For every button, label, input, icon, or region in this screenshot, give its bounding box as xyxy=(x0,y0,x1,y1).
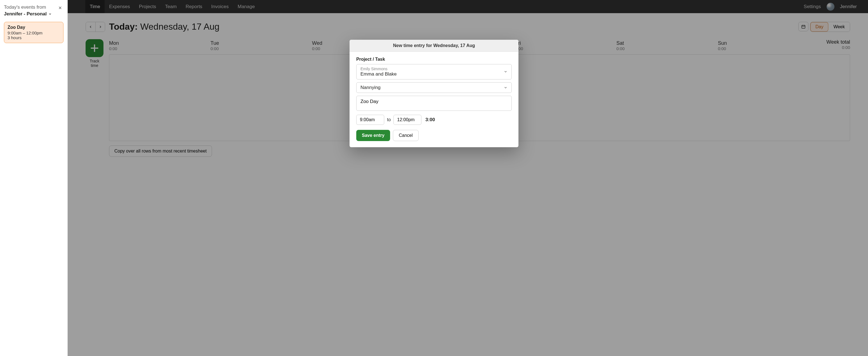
project-select[interactable]: Emily Simmons Emma and Blake xyxy=(356,64,512,80)
cancel-button[interactable]: Cancel xyxy=(393,130,418,141)
close-icon xyxy=(58,6,62,10)
task-name: Nannying xyxy=(361,85,504,90)
modal-title: New time entry for Wednesday, 17 Aug xyxy=(349,40,519,52)
notes-input[interactable] xyxy=(356,96,512,111)
chevron-down-icon xyxy=(49,12,52,16)
client-name: Emily Simmons xyxy=(361,67,504,71)
event-card[interactable]: Zoo Day 9:00am – 12:00pm 3 hours xyxy=(4,22,63,43)
chevron-down-icon xyxy=(504,70,507,73)
events-sidebar: Today's events from Jennifer - Personal … xyxy=(0,0,68,356)
to-label: to xyxy=(387,117,391,122)
project-name: Emma and Blake xyxy=(361,71,504,77)
end-time-input[interactable] xyxy=(394,115,422,125)
calendar-selector[interactable]: Jennifer - Personal xyxy=(4,11,52,17)
project-task-label: Project / Task xyxy=(356,57,512,62)
close-sidebar-button[interactable] xyxy=(57,4,63,11)
event-duration: 3 hours xyxy=(7,35,60,40)
event-time: 9:00am – 12:00pm xyxy=(7,30,60,35)
chevron-down-icon xyxy=(504,86,507,90)
start-time-input[interactable] xyxy=(356,115,384,125)
save-entry-button[interactable]: Save entry xyxy=(356,130,390,141)
task-select[interactable]: Nannying xyxy=(356,82,512,93)
sidebar-title: Today's events from xyxy=(4,4,57,10)
duration-display: 3:00 xyxy=(425,117,435,123)
calendar-name: Jennifer - Personal xyxy=(4,11,47,17)
event-title: Zoo Day xyxy=(7,25,60,30)
new-time-entry-modal: New time entry for Wednesday, 17 Aug Pro… xyxy=(349,40,519,147)
